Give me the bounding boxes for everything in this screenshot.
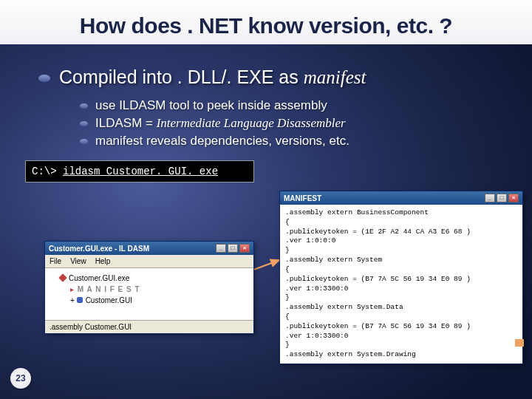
maximize-button[interactable]: □ bbox=[497, 194, 507, 202]
sub-text: manifest reveals dependencies, versions,… bbox=[95, 134, 349, 148]
code-line: .assembly extern System bbox=[285, 256, 517, 265]
code-line: .ver 1:0:0:0 bbox=[285, 236, 517, 246]
menu-file[interactable]: File bbox=[50, 257, 61, 265]
code-line: .publickeytoken = (1E 2F A2 44 CA A3 E6 … bbox=[285, 228, 517, 237]
code-line: .assembly extern BusinessComponent bbox=[285, 208, 517, 218]
heading-text: Compiled into . DLL/. EXE as bbox=[59, 66, 304, 87]
minimize-button[interactable]: _ bbox=[485, 194, 495, 202]
manifest-body: .assembly extern BusinessComponent { .pu… bbox=[280, 205, 522, 364]
code-line: } bbox=[285, 341, 517, 350]
sub-text: use ILDASM tool to peek inside assembly bbox=[95, 98, 327, 112]
sub-italic: Intermediate Language Disassembler bbox=[157, 116, 346, 130]
code-line: { bbox=[285, 313, 517, 322]
sub-item: manifest reveals dependencies, versions,… bbox=[80, 134, 532, 149]
close-button[interactable]: × bbox=[239, 244, 250, 253]
code-line: } bbox=[285, 293, 517, 303]
cmd-exe: ildasm bbox=[63, 166, 100, 177]
namespace-icon bbox=[77, 297, 83, 303]
page-number: 23 bbox=[10, 368, 31, 389]
sub-item: ILDASM = Intermediate Language Disassemb… bbox=[80, 116, 532, 131]
tree-item-manifest[interactable]: ▸ M A N I F E S T bbox=[50, 284, 249, 295]
tree-view: Customer.GUI.exe ▸ M A N I F E S T + Cus… bbox=[45, 268, 253, 320]
bullet-icon bbox=[38, 75, 50, 82]
sub-list: use ILDASM tool to peek inside assembly … bbox=[80, 98, 532, 149]
window-buttons: _ □ × bbox=[216, 244, 250, 253]
code-line: .publickeytoken = (B7 7A 5C 56 19 34 E0 … bbox=[285, 275, 517, 284]
tree-item[interactable]: Customer.GUI.exe bbox=[50, 273, 249, 284]
maximize-button[interactable]: □ bbox=[228, 244, 238, 253]
tree-label: M A N I F E S T bbox=[78, 285, 140, 293]
code-line: } bbox=[285, 246, 517, 256]
tree-item[interactable]: + Customer.GUI bbox=[50, 295, 249, 306]
code-line: { bbox=[285, 218, 517, 228]
window-title: Customer.GUI.exe - IL DASM bbox=[49, 245, 149, 253]
tree-label: Customer.GUI.exe bbox=[69, 274, 129, 282]
sub-item: use ILDASM tool to peek inside assembly bbox=[80, 98, 532, 113]
status-bar: .assembly Customer.GUI bbox=[45, 320, 253, 333]
manifest-window: MANIFEST _ □ × .assembly extern Business… bbox=[279, 191, 523, 364]
minimize-button[interactable]: _ bbox=[216, 244, 226, 253]
cmd-prompt: C:\> bbox=[32, 166, 57, 177]
code-line: .ver 1:0:3300:0 bbox=[285, 284, 517, 294]
window-titlebar: Customer.GUI.exe - IL DASM _ □ × bbox=[45, 242, 253, 255]
window-titlebar: MANIFEST _ □ × bbox=[280, 191, 522, 205]
bullet-icon bbox=[80, 139, 88, 144]
code-line: .assembly extern System.Drawing bbox=[285, 350, 517, 360]
overflow-marker bbox=[515, 339, 524, 347]
assembly-icon bbox=[58, 273, 66, 282]
tree-label: Customer.GUI bbox=[86, 296, 132, 304]
code-line: .assembly extern System.Data bbox=[285, 303, 517, 313]
menu-bar: File View Help bbox=[45, 255, 253, 268]
bullet-icon bbox=[80, 121, 88, 126]
window-title: MANIFEST bbox=[284, 194, 321, 202]
close-button[interactable]: × bbox=[508, 194, 519, 202]
bullet-icon bbox=[80, 103, 88, 109]
heading: Compiled into . DLL/. EXE as manifest bbox=[38, 66, 532, 88]
code-line: .ver 1:0:3300:0 bbox=[285, 332, 517, 341]
cmd-arg: Customer. GUI. exe bbox=[100, 166, 218, 177]
menu-view[interactable]: View bbox=[70, 257, 86, 265]
sub-text: ILDASM = bbox=[95, 116, 157, 130]
slide-title: How does . NET know version, etc. ? bbox=[0, 0, 532, 44]
code-line: .publickeytoken = (B7 7A 5C 56 19 34 E0 … bbox=[285, 322, 517, 332]
command-box: C:\> ildasm Customer. GUI. exe bbox=[25, 160, 254, 183]
heading-italic: manifest bbox=[304, 67, 366, 87]
menu-help[interactable]: Help bbox=[95, 257, 111, 265]
code-line: { bbox=[285, 265, 517, 275]
ildasm-window: Customer.GUI.exe - IL DASM _ □ × File Vi… bbox=[44, 241, 254, 334]
window-buttons: _ □ × bbox=[485, 194, 519, 202]
